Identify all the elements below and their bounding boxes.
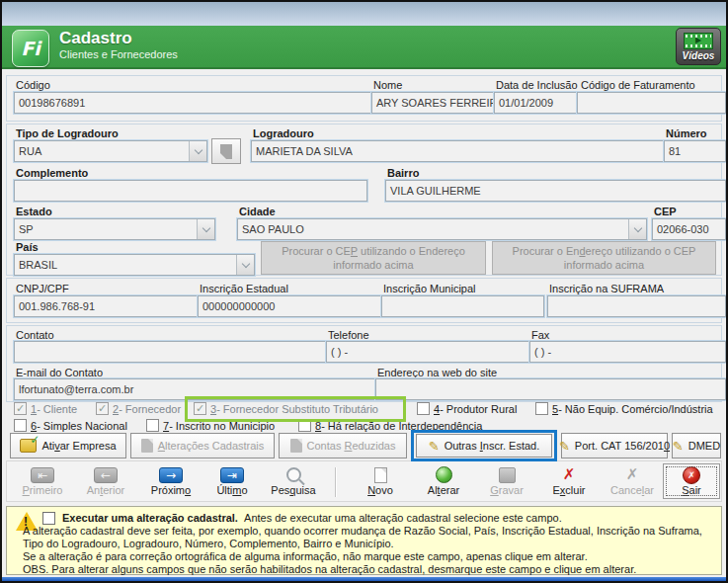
- pais-label: País: [16, 241, 39, 253]
- gravar-button[interactable]: Gravar: [475, 463, 538, 499]
- checkbox-unchecked-icon: [417, 402, 430, 415]
- videos-button-label: Vídeos: [683, 50, 715, 61]
- play-icon: ▶: [695, 37, 701, 44]
- contas-reduzidas-button[interactable]: Contas Reduzidas: [279, 433, 407, 458]
- inscricao-suframa-input[interactable]: [547, 295, 726, 317]
- delete-record-icon: ✗: [563, 467, 576, 483]
- telefone-input[interactable]: ( ) -: [326, 341, 531, 363]
- checkbox-checked-icon: ✓: [14, 402, 27, 415]
- cidade-label: Cidade: [239, 206, 276, 217]
- next-record-icon: →: [159, 467, 183, 483]
- checkbox-fornecedor-substituto[interactable]: ✓ 3- Fornecedor Substituto Tributário: [194, 401, 378, 416]
- executar-alteracao-checkbox[interactable]: [42, 512, 55, 525]
- pesquisa-button[interactable]: Pesquisa: [262, 463, 325, 499]
- proximo-button[interactable]: → Próximo: [139, 463, 202, 499]
- cidade-select[interactable]: SAO PAULO: [237, 218, 647, 240]
- toolbar-separator: [335, 467, 337, 497]
- fax-input[interactable]: ( ) -: [529, 341, 726, 363]
- note-line: OBS. Para alterar alguns campos que não …: [23, 563, 636, 575]
- excluir-button[interactable]: ✗ Excluir: [537, 463, 601, 499]
- note-title-line: Executar uma alteração cadastral. Antes …: [62, 512, 562, 524]
- save-record-icon: [499, 467, 516, 483]
- codigo-faturamento-input[interactable]: [577, 92, 726, 114]
- app-window: Fi Cadastro Clientes e Fornecedores ▶ Ví…: [0, 0, 728, 583]
- port-cat-156-button[interactable]: ✎ Port. CAT 156/2010: [561, 433, 668, 458]
- tipo-logradouro-label: Tipo de Logradouro: [16, 127, 119, 139]
- tipo-logradouro-select[interactable]: RUA: [14, 140, 207, 162]
- note-line: Se a alteração é para correção ortográfi…: [23, 550, 588, 562]
- checkbox-unchecked-icon: [14, 419, 27, 432]
- endereco-web-label: Endereço na web do site: [377, 367, 497, 378]
- pais-select[interactable]: BRASIL: [14, 254, 255, 276]
- cancelar-button[interactable]: ✗ Cancelar: [601, 463, 664, 499]
- fax-label: Fax: [531, 329, 549, 341]
- tipo-logradouro-page-button[interactable]: [211, 138, 241, 164]
- alterar-button[interactable]: Alterar: [412, 463, 475, 499]
- search-icon: [286, 467, 301, 483]
- first-record-icon: ⇤: [31, 467, 54, 483]
- nome-input[interactable]: ARY SOARES FERREIRA: [371, 92, 504, 114]
- checkbox-simples-nacional[interactable]: 6- Simples Nacional: [14, 418, 127, 433]
- chevron-down-icon: [236, 255, 254, 275]
- checkbox-inscrito-municipio[interactable]: 7- Inscrito no Municipio: [146, 418, 275, 433]
- logradouro-label: Logradouro: [253, 127, 314, 139]
- activate-company-icon: ✓: [20, 439, 37, 453]
- novo-button[interactable]: Novo: [349, 463, 412, 499]
- dmed-button[interactable]: ✎ DMED: [672, 433, 721, 458]
- window-titlebar: [2, 2, 726, 26]
- numero-label: Número: [666, 127, 707, 139]
- header-titles: Cadastro Clientes e Fornecedores: [59, 29, 178, 60]
- app-logo-text: Fi: [21, 38, 40, 59]
- checkbox-produtor-rural[interactable]: 4- Produtor Rural: [417, 401, 517, 416]
- inscricao-estadual-label: Inscrição Estadual: [200, 283, 288, 294]
- checkbox-nao-equip-comercio[interactable]: 5- Não Equip. Comércio/Indústria: [535, 401, 713, 416]
- videos-button[interactable]: ▶ Vídeos: [676, 28, 721, 65]
- contato-label: Contato: [16, 329, 54, 341]
- checkbox-cliente[interactable]: ✓ 1- Cliente: [14, 401, 77, 416]
- new-record-icon: [374, 467, 387, 483]
- record-toolbar: ⇤ Primeiro ← Anterior → Próximo ⇥ Último…: [6, 460, 722, 502]
- alteracoes-cadastrais-button[interactable]: Alterações Cadastrais: [130, 433, 275, 458]
- estado-select[interactable]: SP: [14, 218, 215, 240]
- checkbox-interdependencia[interactable]: 8- Há relação de Interdependência: [298, 418, 482, 433]
- complemento-input[interactable]: [14, 180, 367, 202]
- checkbox-checked-icon: ✓: [194, 402, 206, 415]
- contato-input[interactable]: [14, 341, 328, 363]
- nome-label: Nome: [373, 79, 402, 91]
- inscricao-municipal-label: Inscrição Municipal: [383, 283, 476, 294]
- ativar-empresa-button[interactable]: ✓ Ativar Empresa: [10, 433, 126, 458]
- document-gray-icon: [290, 439, 302, 453]
- email-contato-input[interactable]: lfortunato@terra.com.br: [14, 378, 377, 400]
- cep-label: CEP: [654, 206, 677, 217]
- ultimo-button[interactable]: ⇥ Último: [201, 463, 264, 499]
- bairro-label: Bairro: [387, 167, 419, 179]
- previous-record-icon: ←: [94, 467, 118, 483]
- codigo-input[interactable]: 00198676891: [14, 92, 371, 114]
- window-bottom-edge: [2, 577, 726, 581]
- checkbox-fornecedor[interactable]: ✓ 2- Fornecedor: [96, 401, 181, 416]
- sair-button[interactable]: ✗ Sair: [663, 463, 720, 499]
- cancel-icon: ✗: [626, 467, 639, 483]
- document-icon: [220, 144, 232, 159]
- film-strip-icon: ▶: [684, 33, 713, 49]
- inscricao-municipal-input[interactable]: [381, 295, 544, 317]
- codigo-label: Código: [16, 79, 50, 91]
- cep-input[interactable]: 02066-030: [652, 218, 726, 240]
- logradouro-input[interactable]: MARIETA DA SILVA: [251, 140, 670, 162]
- cnpj-cpf-input[interactable]: 001.986.768-91: [14, 295, 202, 317]
- data-inclusao-input[interactable]: 01/01/2009: [494, 92, 579, 114]
- outras-inscr-estad-button[interactable]: ✎ Outras Inscr. Estad.: [416, 434, 552, 458]
- search-address-by-cep-button[interactable]: Procurar o Endereço utilizando o CEP inf…: [492, 241, 716, 275]
- bairro-input[interactable]: VILA GUILHERME: [385, 180, 726, 202]
- endereco-web-input[interactable]: [375, 378, 726, 400]
- chevron-down-icon: [628, 219, 646, 239]
- document-gray-icon: [141, 439, 153, 453]
- anterior-button[interactable]: ← Anterior: [74, 463, 137, 499]
- primeiro-button[interactable]: ⇤ Primeiro: [11, 463, 74, 499]
- telefone-label: Telefone: [328, 329, 369, 341]
- numero-input[interactable]: 81: [664, 140, 726, 162]
- inscricao-suframa-label: Inscrição na SUFRAMA: [549, 283, 664, 294]
- search-cep-by-address-button[interactable]: Procurar o CEP utilizando o Endereço inf…: [261, 241, 486, 275]
- inscricao-estadual-input[interactable]: 000000000000: [198, 295, 385, 317]
- app-logo: Fi: [12, 30, 49, 67]
